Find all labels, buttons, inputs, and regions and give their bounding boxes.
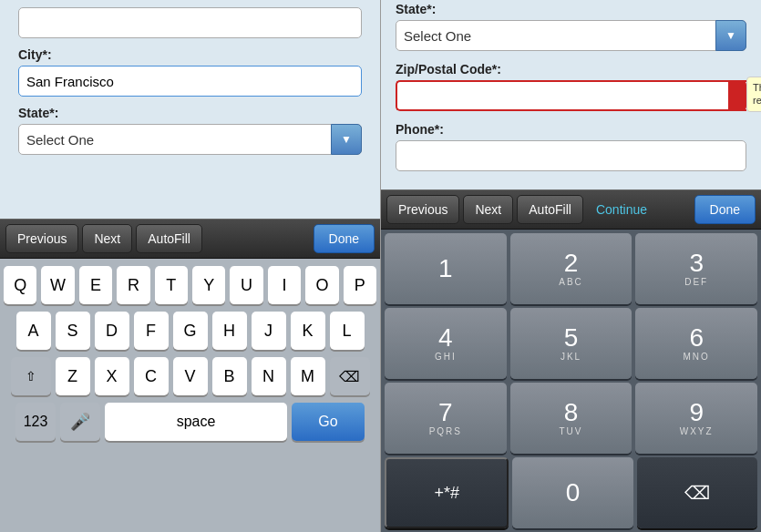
numpad-delete[interactable]: ⌫	[637, 457, 757, 528]
key-h[interactable]: H	[212, 312, 247, 350]
key-c[interactable]: C	[134, 357, 169, 395]
state-select-wrapper-left: Select One ▼	[18, 124, 362, 155]
right-panel: State*: Select One ▼ Zip/Postal Code*: T…	[381, 0, 761, 532]
space-key[interactable]: space	[105, 403, 287, 441]
right-previous-button[interactable]: Previous	[386, 195, 459, 224]
key-z[interactable]: Z	[56, 357, 90, 395]
numpad-row-1: 1 2 ABC 3 DEF	[385, 233, 757, 304]
state-field-group-right: State*: Select One ▼	[396, 0, 746, 51]
state-field-group-left: State*: Select One ▼	[18, 106, 362, 155]
numpad-9[interactable]: 9 WXYZ	[635, 383, 757, 454]
phone-input[interactable]	[396, 140, 746, 171]
state-select-right[interactable]: Select One	[396, 20, 746, 51]
delete-key[interactable]: ⌫	[330, 357, 370, 395]
numpad-7[interactable]: 7 PQRS	[385, 383, 507, 454]
keyboard-row-2: A S D F G H J K L	[4, 312, 376, 350]
key-i[interactable]: I	[268, 266, 301, 304]
numpad-4[interactable]: 4 GHI	[385, 308, 507, 379]
numpad-0[interactable]: 0	[512, 457, 632, 528]
numpad: 1 2 ABC 3 DEF 4 GHI 5 JKL 6 MNO	[381, 230, 761, 532]
zip-label: Zip/Postal Code*:	[396, 62, 746, 77]
phone-field-group: Phone*:	[396, 122, 746, 171]
phone-label: Phone*:	[396, 122, 746, 137]
numpad-row-2: 4 GHI 5 JKL 6 MNO	[385, 308, 757, 379]
key-p[interactable]: P	[344, 266, 376, 304]
keyboard-bottom-row: 123 🎤 space Go	[4, 403, 376, 441]
state-label-right: State*:	[396, 2, 746, 16]
state-select-left[interactable]: Select One	[18, 124, 362, 155]
key-r[interactable]: R	[117, 266, 149, 304]
key-x[interactable]: X	[95, 357, 129, 395]
top-field-group	[18, 7, 362, 38]
numpad-row-bottom: +*# 0 ⌫	[385, 457, 757, 528]
key-f[interactable]: F	[134, 312, 169, 350]
key-m[interactable]: M	[291, 357, 325, 395]
left-toolbar: Previous Next AutoFill Done	[0, 219, 380, 259]
right-next-button[interactable]: Next	[463, 195, 513, 224]
numpad-6[interactable]: 6 MNO	[635, 308, 757, 379]
zip-input[interactable]	[396, 80, 746, 111]
zip-field-group: Zip/Postal Code*: This field is required	[396, 62, 746, 111]
key-o[interactable]: O	[305, 266, 338, 304]
left-keyboard: Q W E R T Y U I O P A S D F G H J K L ⇧ …	[0, 259, 380, 532]
key-a[interactable]: A	[16, 312, 51, 350]
num-switch-key[interactable]: 123	[15, 403, 56, 441]
key-e[interactable]: E	[79, 266, 112, 304]
city-label: City*:	[18, 47, 362, 62]
right-continue-button[interactable]: Continue	[587, 195, 656, 224]
numpad-1[interactable]: 1	[385, 233, 507, 304]
right-done-button[interactable]: Done	[694, 195, 756, 224]
mic-key[interactable]: 🎤	[60, 403, 100, 441]
key-k[interactable]: K	[291, 312, 325, 350]
key-w[interactable]: W	[41, 266, 74, 304]
state-label-left: State*:	[18, 106, 362, 120]
numpad-5[interactable]: 5 JKL	[510, 308, 632, 379]
key-v[interactable]: V	[173, 357, 208, 395]
zip-error-indicator	[728, 80, 746, 111]
shift-key[interactable]: ⇧	[11, 357, 51, 395]
left-next-button[interactable]: Next	[82, 224, 132, 253]
zip-tooltip: This field is required	[746, 77, 761, 112]
numpad-row-3: 7 PQRS 8 TUV 9 WXYZ	[385, 383, 757, 454]
state-select-wrapper-right: Select One ▼	[396, 20, 746, 51]
left-done-button[interactable]: Done	[314, 224, 375, 253]
go-key[interactable]: Go	[292, 403, 365, 441]
right-form-area: State*: Select One ▼ Zip/Postal Code*: T…	[381, 0, 761, 189]
key-t[interactable]: T	[155, 266, 188, 304]
key-u[interactable]: U	[230, 266, 262, 304]
left-form-area: City*: State*: Select One ▼	[0, 0, 380, 219]
key-y[interactable]: Y	[192, 266, 225, 304]
keyboard-row-3: ⇧ Z X C V B N M ⌫	[4, 357, 376, 395]
key-b[interactable]: B	[212, 357, 247, 395]
numpad-delete-icon: ⌫	[684, 482, 710, 504]
key-n[interactable]: N	[252, 357, 286, 395]
right-toolbar: Previous Next AutoFill Continue Done	[381, 189, 761, 230]
left-autofill-button[interactable]: AutoFill	[136, 224, 202, 253]
right-autofill-button[interactable]: AutoFill	[517, 195, 583, 224]
city-field-group: City*:	[18, 47, 362, 97]
key-d[interactable]: D	[95, 312, 129, 350]
numpad-2[interactable]: 2 ABC	[510, 233, 632, 304]
left-panel: City*: State*: Select One ▼ Previous Nex…	[0, 0, 381, 532]
keyboard-row-1: Q W E R T Y U I O P	[4, 266, 376, 304]
key-l[interactable]: L	[330, 312, 365, 350]
left-previous-button[interactable]: Previous	[5, 224, 78, 253]
numpad-8[interactable]: 8 TUV	[510, 383, 632, 454]
key-q[interactable]: Q	[4, 266, 36, 304]
top-input[interactable]	[18, 7, 362, 38]
city-input[interactable]	[18, 66, 362, 97]
numpad-3[interactable]: 3 DEF	[635, 233, 757, 304]
numpad-sym[interactable]: +*#	[385, 457, 509, 528]
key-j[interactable]: J	[252, 312, 286, 350]
key-g[interactable]: G	[173, 312, 208, 350]
key-s[interactable]: S	[56, 312, 90, 350]
